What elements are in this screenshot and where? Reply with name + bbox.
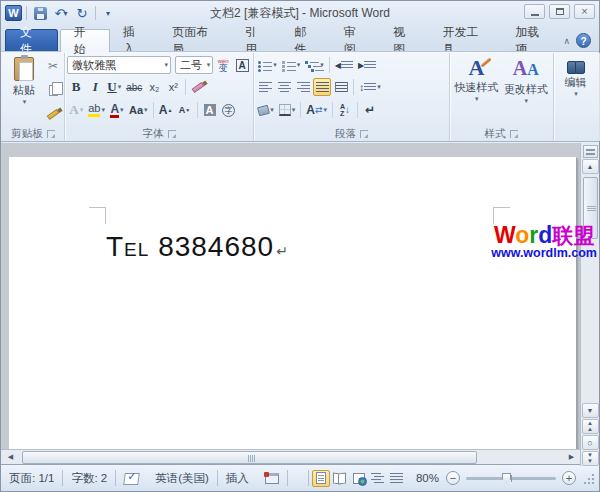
bullets-button[interactable]: ▾ [256, 56, 279, 74]
word-logo-icon[interactable]: W [5, 5, 22, 21]
redo-button[interactable]: ↻ [73, 4, 91, 22]
scroll-left-button[interactable]: ◀ [3, 451, 18, 464]
sort-button[interactable]: AZ↓ [336, 101, 354, 119]
shading-button[interactable]: ▾ [256, 101, 276, 119]
macro-record-button[interactable] [257, 465, 287, 491]
select-browse-object-button[interactable]: ○ [582, 435, 599, 450]
web-layout-view-button[interactable] [350, 470, 368, 487]
undo-dropdown-icon[interactable]: ▾ [63, 9, 67, 18]
zoom-slider-track[interactable] [466, 477, 556, 480]
multilevel-list-button[interactable]: ▾ [303, 56, 326, 74]
minimize-button[interactable] [524, 4, 545, 19]
shrink-font-button[interactable]: A▼ [176, 101, 194, 119]
font-dialog-launcher[interactable] [168, 130, 176, 138]
page-count-indicator[interactable]: 页面: 1/1 [1, 465, 62, 491]
print-layout-view-button[interactable] [312, 470, 330, 487]
spell-check-indicator[interactable]: ✓ [116, 465, 147, 491]
close-button[interactable]: × [574, 4, 595, 19]
tab-home[interactable]: 开始 [60, 29, 109, 52]
strikethrough-button[interactable]: abc [124, 78, 144, 96]
clear-formatting-button[interactable] [189, 78, 207, 96]
horizontal-scrollbar[interactable]: ◀ ▶ [1, 449, 581, 464]
language-indicator[interactable]: 英语(美国) [147, 465, 217, 491]
phonetic-guide-button[interactable]: wén变 [214, 56, 232, 74]
text-highlight-button[interactable]: ab▾ [86, 101, 107, 119]
fullscreen-reading-view-button[interactable] [331, 470, 349, 487]
horizontal-scroll-track[interactable] [20, 451, 562, 464]
character-shading-button[interactable]: A [201, 101, 219, 119]
tab-add-ins[interactable]: 加载项 [502, 29, 563, 52]
cut-button[interactable]: ✂ [44, 57, 62, 75]
tab-review[interactable]: 审阅 [331, 29, 380, 52]
change-case-button[interactable]: Aa▾ [127, 101, 150, 119]
quick-styles-button[interactable]: A 快速样式 ▾ [452, 54, 502, 126]
vertical-scrollbar[interactable]: ▲ ▼ ▲▲ ○ ▼▼ [580, 143, 599, 466]
zoom-slider-thumb[interactable] [502, 473, 511, 484]
increase-indent-button[interactable]: ▶ [356, 56, 378, 74]
borders-button[interactable]: ▾ [277, 101, 298, 119]
zoom-out-button[interactable]: − [446, 471, 460, 485]
vertical-scroll-track[interactable] [582, 175, 599, 402]
italic-button[interactable]: I [86, 78, 104, 96]
styles-dialog-launcher[interactable] [510, 130, 518, 138]
format-painter-button[interactable] [44, 105, 62, 123]
resize-grip[interactable] [582, 472, 595, 485]
font-size-combo[interactable]: 二号▾ [175, 56, 213, 74]
character-border-button[interactable]: A [233, 56, 251, 74]
numbering-button[interactable]: ▾ [280, 56, 303, 74]
tab-view[interactable]: 视图 [380, 29, 429, 52]
paragraph-dialog-launcher[interactable] [360, 130, 368, 138]
outline-view-button[interactable] [369, 470, 387, 487]
help-button[interactable]: ? [576, 33, 591, 48]
scroll-down-button[interactable]: ▼ [582, 403, 599, 418]
bold-button[interactable]: B [67, 78, 85, 96]
zoom-level[interactable]: 80% [416, 472, 439, 484]
font-color-button[interactable]: A▾ [108, 101, 126, 119]
minimize-ribbon-button[interactable]: ∧ [563, 36, 570, 46]
tab-page-layout[interactable]: 页面布局 [159, 29, 232, 52]
word-count-indicator[interactable]: 字数: 2 [63, 465, 115, 491]
subscript-button[interactable]: x₂ [145, 78, 163, 96]
scroll-right-button[interactable]: ▶ [564, 451, 579, 464]
scroll-up-button[interactable]: ▲ [582, 159, 599, 174]
font-name-combo[interactable]: 微软雅黑▾ [67, 56, 171, 74]
paste-button[interactable]: 粘贴 ▾ [4, 54, 44, 126]
align-left-button[interactable] [256, 78, 274, 96]
draft-view-button[interactable] [388, 470, 406, 487]
line-spacing-button[interactable]: ↕▾ [357, 78, 383, 96]
decrease-indent-button[interactable]: ◀ [333, 56, 355, 74]
undo-button[interactable]: ↶▾ [52, 4, 70, 22]
asian-layout-button[interactable]: A⇄▾ [304, 101, 329, 119]
change-styles-button[interactable]: AA 更改样式 ▾ [501, 54, 551, 126]
tab-mailings[interactable]: 邮件 [281, 29, 330, 52]
enclose-characters-button[interactable]: 字 [220, 101, 238, 119]
restore-button[interactable] [549, 4, 570, 19]
tab-insert[interactable]: 插入 [110, 29, 159, 52]
underline-button[interactable]: U▾ [105, 78, 123, 96]
paste-dropdown-icon[interactable]: ▾ [23, 98, 27, 106]
save-button[interactable] [31, 4, 49, 22]
insert-mode-indicator[interactable]: 插入 [218, 465, 257, 491]
horizontal-scroll-thumb[interactable] [22, 451, 477, 464]
superscript-button[interactable]: x² [164, 78, 182, 96]
copy-button[interactable] [44, 81, 62, 99]
tab-references[interactable]: 引用 [232, 29, 281, 52]
editing-button[interactable]: 编辑 ▾ [556, 54, 596, 126]
show-hide-marks-button[interactable]: ↵ [361, 101, 379, 119]
zoom-in-button[interactable]: + [562, 471, 576, 485]
tab-developer[interactable]: 开发工具 [430, 29, 503, 52]
document-text-line[interactable]: TEL 8384680↵ [106, 231, 289, 263]
text-effects-button[interactable]: A▾ [67, 101, 85, 119]
align-center-button[interactable] [275, 78, 293, 96]
ruler-toggle-button[interactable] [583, 145, 598, 158]
tab-file[interactable]: 文件 [5, 29, 58, 52]
next-page-button[interactable]: ▼▼ [582, 451, 599, 466]
align-right-button[interactable] [294, 78, 312, 96]
customize-qat-button[interactable]: ▾ [100, 4, 118, 22]
document-page[interactable]: TEL 8384680↵ [9, 157, 576, 451]
justify-button[interactable] [313, 78, 331, 96]
grow-font-button[interactable]: A▲ [157, 101, 175, 119]
clipboard-dialog-launcher[interactable] [47, 130, 55, 138]
distributed-button[interactable] [332, 78, 350, 96]
previous-page-button[interactable]: ▲▲ [582, 419, 599, 434]
